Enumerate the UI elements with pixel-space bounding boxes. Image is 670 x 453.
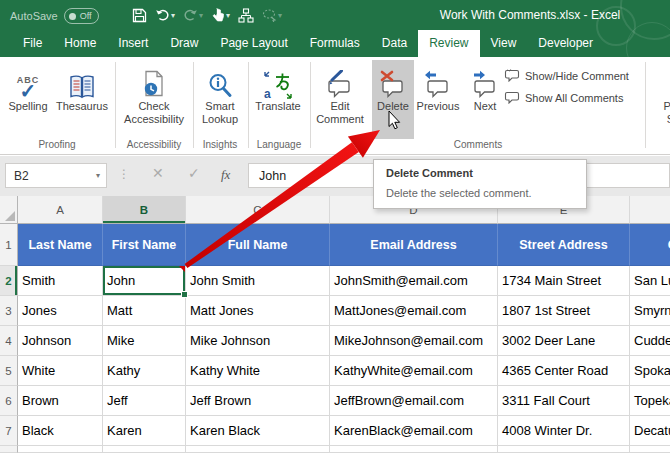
cell-A3[interactable]: Jones [18,296,103,326]
cell-E3[interactable]: 1807 1st Street [498,296,630,326]
cell-D3[interactable]: MattJones@email.com [330,296,498,326]
cell-E2[interactable]: 1734 Main Street [498,266,630,296]
previous-comment-button[interactable]: Previous [414,60,462,139]
tab-page-layout[interactable]: Page Layout [209,30,298,57]
tab-formulas[interactable]: Formulas [299,30,371,57]
sheet-row-3: 3JonesMattMatt JonesMattJones@email.com1… [0,296,670,326]
delete-comment-button[interactable]: Delete [372,60,414,139]
cell-C1[interactable]: Full Name [186,224,330,266]
caret-down-icon: ▾ [226,11,230,20]
undo-button[interactable]: ▾ [153,4,177,26]
redo-button[interactable]: ▾ [181,4,205,26]
tab-review[interactable]: Review [418,30,479,57]
cell-E6[interactable]: 3311 Fall Court [498,386,630,416]
cell-D2[interactable]: JohnSmith@email.com [330,266,498,296]
show-hide-comment-button[interactable]: Show/Hide Comment [504,69,629,82]
insert-function-button[interactable]: fx [221,167,230,183]
lasso-select-button[interactable]: ▾ [260,4,284,26]
sheet-row-5: 5WhiteKathyKathy WhiteKathyWhite@email.c… [0,356,670,386]
cell-C3[interactable]: Matt Jones [186,296,330,326]
cell-F4[interactable]: Cuddeback [630,326,670,356]
tab-data[interactable]: Data [371,30,418,57]
row-header-2[interactable]: 2 [0,266,18,296]
tab-draw[interactable]: Draw [159,30,209,57]
group-label-comments: Comments [454,139,502,150]
row-header-6[interactable]: 6 [0,386,18,416]
cell-C6[interactable]: Jeff Brown [186,386,330,416]
cell-B5[interactable]: Kathy [103,356,186,386]
cell-E7[interactable]: 4008 Winter Dr. [498,416,630,446]
sheet-row-2: 2SmithJohnJohn SmithJohnSmith@email.com1… [0,266,670,296]
check-accessibility-button[interactable]: Check Accessibility [119,60,189,139]
touch-mouse-mode-button[interactable]: ▾ [209,4,232,26]
cell-F3[interactable]: Smyrna [630,296,670,326]
cell-D4[interactable]: MikeJohnson@email.com [330,326,498,356]
group-divider [248,62,249,148]
save-button[interactable] [130,4,149,26]
fill-handle[interactable] [181,291,188,298]
cell-C7[interactable]: Karen Black [186,416,330,446]
show-all-comments-button[interactable]: Show All Comments [504,91,623,104]
tab-home[interactable]: Home [53,30,107,57]
cell-F6[interactable]: Topeka [630,386,670,416]
edit-comment-button[interactable]: Edit Comment [316,60,364,139]
cell-B4[interactable]: Mike [103,326,186,356]
cell-B1[interactable]: First Name [103,224,186,266]
cell-C5[interactable]: Kathy White [186,356,330,386]
cell-D6[interactable]: JeffBrown@email.com [330,386,498,416]
cell-A2[interactable]: Smith [18,266,103,296]
cell-D1[interactable]: Email Address [330,224,498,266]
cell-A1[interactable]: Last Name [18,224,103,266]
row-header-1[interactable]: 1 [0,224,18,266]
cell-E4[interactable]: 3002 Deer Lane [498,326,630,356]
cancel-button[interactable]: ✕ [152,165,164,181]
name-box-caret-icon[interactable]: ▾ [96,171,100,180]
select-all-button[interactable] [0,196,18,224]
cell-F1[interactable]: City [630,224,670,266]
cell-D5[interactable]: KathyWhite@email.com [330,356,498,386]
row-header-7[interactable]: 7 [0,416,18,446]
enter-button[interactable]: ✓ [188,165,200,181]
column-header-C[interactable]: C [186,196,330,224]
protect-sheet-button[interactable]: Protect Sheet [652,60,670,139]
cell-B6[interactable]: Jeff [103,386,186,416]
cell-A7[interactable]: Black [18,416,103,446]
row-header-3[interactable]: 3 [0,296,18,326]
cell-A4[interactable]: Johnson [18,326,103,356]
cell-C4[interactable]: Mike Johnson [186,326,330,356]
column-header-A[interactable]: A [18,196,103,224]
diagram-button[interactable] [236,4,256,26]
tab-insert[interactable]: Insert [107,30,159,57]
cell-F2[interactable]: San Luis [630,266,670,296]
spelling-icon: ABC ✓ [17,60,40,100]
autosave-toggle[interactable]: Off [64,8,99,24]
tab-developer[interactable]: Developer [527,30,604,57]
tab-file[interactable]: File [12,30,53,57]
group-divider [115,62,116,148]
cell-B2[interactable]: John [103,266,186,296]
smart-lookup-button[interactable]: Smart Lookup [196,60,244,139]
cell-E5[interactable]: 4365 Center Road [498,356,630,386]
row-header-4[interactable]: 4 [0,326,18,356]
tooltip-title: Delete Comment [386,167,473,179]
formula-bar-grip-icon: ⋮ [118,167,130,181]
tab-view[interactable]: View [480,30,528,57]
smart-lookup-icon [206,60,234,100]
cell-E1[interactable]: Street Address [498,224,630,266]
spelling-button[interactable]: ABC ✓ Spelling [4,60,52,139]
translate-button[interactable]: a Translate [250,60,306,139]
row-header-5[interactable]: 5 [0,356,18,386]
cell-F5[interactable]: Spokane [630,356,670,386]
cell-A5[interactable]: White [18,356,103,386]
next-comment-button[interactable]: Next [464,60,506,139]
cell-A6[interactable]: Brown [18,386,103,416]
column-header-B[interactable]: B [103,196,186,224]
name-box[interactable]: B2 ▾ [5,163,107,188]
thesaurus-button[interactable]: Thesaurus [52,60,112,139]
cell-F7[interactable]: Decatur [630,416,670,446]
cell-D7[interactable]: KarenBlack@email.com [330,416,498,446]
cell-C2[interactable]: John Smith [186,266,330,296]
column-header-F[interactable]: F [630,196,670,224]
cell-B3[interactable]: Matt [103,296,186,326]
cell-B7[interactable]: Karen [103,416,186,446]
